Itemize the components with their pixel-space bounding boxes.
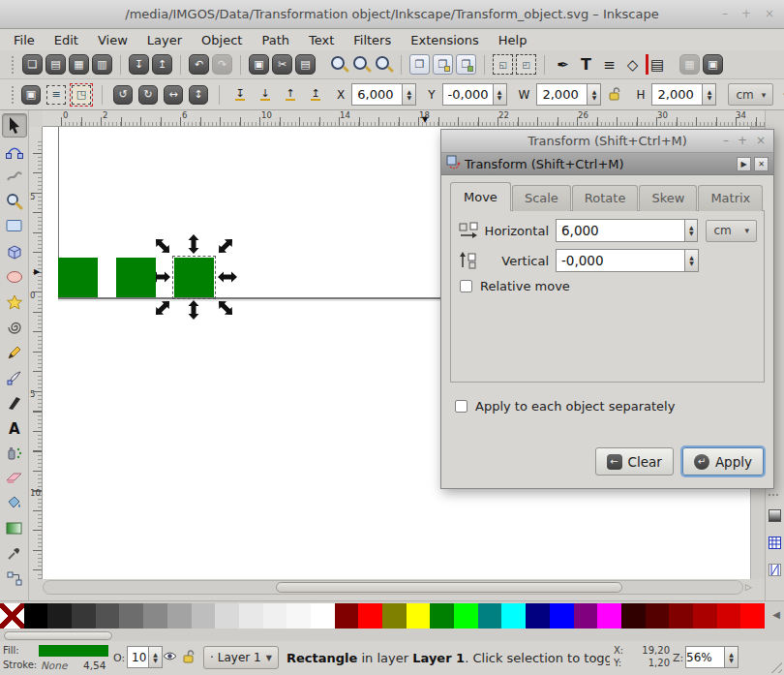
scale-handle-n[interactable] [188,234,199,254]
palette-scroll-left-arrow[interactable]: ◀ [772,609,780,620]
snap-page-border-icon[interactable] [769,507,781,526]
color-swatch-26[interactable] [621,603,646,629]
text-tool[interactable]: A [2,415,27,440]
color-swatch-30[interactable] [717,603,741,629]
color-swatch-19[interactable] [454,603,478,629]
fill-color-swatch[interactable] [39,645,108,657]
preferences-icon[interactable]: ▦ [679,54,700,75]
dialog-minimize-button[interactable]: – [723,134,729,147]
dialog-header-close-button[interactable]: ✕ [754,157,769,171]
color-swatch-10[interactable] [239,603,263,629]
color-swatch-16[interactable] [382,603,407,629]
color-swatch-20[interactable] [478,603,502,629]
apply-button[interactable]: ↵ Apply [682,447,764,476]
box-3d-tool[interactable] [2,239,27,263]
new-document-icon[interactable]: ❏ [22,54,43,75]
dialog-close-button[interactable]: × [756,134,766,147]
menu-text[interactable]: Text [299,31,344,49]
color-swatch-18[interactable] [430,603,454,629]
scroll-right-arrow[interactable]: ▷ [745,582,752,592]
unlink-clone-icon[interactable]: ❐ [456,54,476,75]
paste-icon[interactable]: ▤ [295,54,316,75]
stroke-value[interactable]: None [41,660,67,671]
window-resize-grip[interactable] [770,661,782,673]
color-swatch-3[interactable] [72,603,96,629]
dropper-tool[interactable] [2,541,27,566]
snap-grid-icon[interactable] [769,535,781,553]
deselect-icon[interactable]: ◳ [72,85,91,105]
text-dialog-icon[interactable]: T [576,54,596,75]
gradient-tool[interactable] [2,516,27,540]
scale-handle-ne[interactable] [215,235,237,258]
scale-handle-se[interactable] [215,297,237,320]
tab-move[interactable]: Move [450,182,511,211]
select-all-layers-icon[interactable]: ≡ [46,85,66,105]
units-dropdown[interactable]: cm▾ [728,83,773,106]
redo-icon[interactable]: ↷ [212,54,232,75]
color-swatch-4[interactable] [96,603,120,629]
fill-stroke-dialog-icon[interactable]: ✒ [553,54,573,75]
raise-to-top-icon[interactable]: ↥ [306,85,325,105]
menu-extensions[interactable]: Extensions [401,31,489,49]
menu-object[interactable]: Object [192,31,252,49]
color-swatch-25[interactable] [597,603,621,629]
rotate-90-ccw-icon[interactable]: ↺ [113,85,133,105]
x-spinner[interactable]: ▲▼ [402,83,416,106]
tab-matrix[interactable]: Matrix [698,185,763,211]
ungroup-selection-icon[interactable]: ◰ [516,54,536,75]
x-input[interactable] [351,83,402,106]
clear-button[interactable]: ← Clear [595,447,674,476]
scale-handle-nw[interactable] [152,235,174,258]
ellipse-tool[interactable] [2,264,27,289]
pencil-tool[interactable] [2,340,27,364]
layer-dropdown[interactable]: ·Layer 1 ▼ [203,646,279,669]
w-spinner[interactable]: ▲▼ [587,83,601,106]
menu-filters[interactable]: Filters [344,31,401,49]
color-swatch-6[interactable] [143,603,167,629]
horizontal-scrollbar-handle[interactable] [276,582,622,593]
lock-ratio-icon[interactable] [609,86,620,104]
node-editor-tool[interactable] [2,138,27,163]
eraser-tool[interactable] [2,466,27,490]
y-spinner[interactable]: ▲▼ [493,83,507,106]
scale-handle-sw[interactable] [152,297,174,320]
dialog-maximize-button[interactable]: + [738,134,747,147]
stroke-width-value[interactable]: 4,54 [83,660,106,671]
import-icon[interactable]: ↧ [129,54,149,75]
color-swatch-11[interactable] [263,603,287,629]
layer-lock-icon[interactable] [183,649,195,666]
color-swatch-8[interactable] [192,603,216,629]
paint-bucket-tool[interactable] [2,491,27,515]
color-swatch-12[interactable] [286,603,311,629]
scale-handle-s[interactable] [188,300,199,320]
color-swatch-24[interactable] [574,603,598,629]
duplicate-icon[interactable]: ❐ [409,54,430,75]
xml-editor-icon[interactable]: ◇ [622,54,643,75]
apply-each-checkbox[interactable] [455,400,467,413]
tab-scale[interactable]: Scale [512,185,571,211]
palette-scrollbar-handle[interactable] [4,631,112,640]
horizontal-input[interactable] [556,219,684,242]
raise-one-step-icon[interactable]: ↑ [281,85,300,105]
dialog-units-dropdown[interactable]: cm▾ [706,220,757,242]
zoom-to-selection-icon[interactable] [329,55,348,75]
color-swatch-27[interactable] [646,603,670,629]
color-swatch-14[interactable] [335,603,359,629]
color-swatch-17[interactable] [407,603,431,629]
color-swatch-13[interactable] [311,603,335,629]
snap-guides-icon[interactable] [769,562,781,580]
maximize-button[interactable]: + [741,7,751,20]
transform-dialog-titlebar[interactable]: Transform (Shift+Ctrl+M) – + × [441,130,773,153]
spray-tool[interactable] [2,441,27,465]
relative-move-checkbox[interactable] [460,280,472,292]
flip-horizontal-icon[interactable]: ↔ [164,85,183,105]
flip-vertical-icon[interactable]: ↕ [189,85,208,105]
menu-edit[interactable]: Edit [45,31,88,49]
horizontal-scrollbar[interactable] [43,580,743,595]
spiral-tool[interactable] [2,315,27,339]
rotate-90-cw-icon[interactable]: ↻ [138,85,158,105]
layers-dialog-icon[interactable]: ≡ [599,54,619,75]
title-bar[interactable]: /media/IMGOS/Data/Transformation object/… [0,0,784,29]
undo-icon[interactable]: ↶ [189,54,209,75]
zoom-spinner[interactable]: ▲▼ [724,646,739,668]
